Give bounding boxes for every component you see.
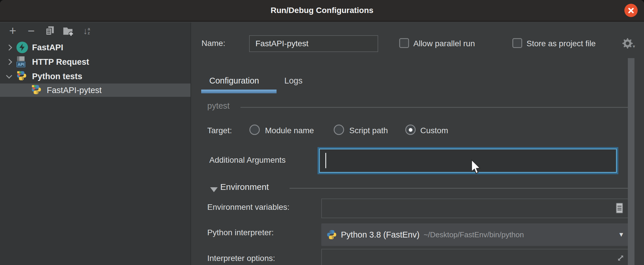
interpreter-options-input[interactable] — [321, 249, 630, 265]
target-module-name-label: Module name — [265, 126, 314, 135]
interpreter-path: ~/Desktop/FastEnv/bin/python — [423, 230, 524, 239]
store-options-button[interactable]: ▾ — [622, 38, 635, 49]
gear-icon — [622, 38, 633, 49]
target-module-name-radio[interactable] — [249, 125, 260, 135]
target-script-path-radio[interactable] — [334, 125, 344, 135]
configurations-tree: FastAPI API HTTP Request — [0, 40, 191, 97]
expand-field-icon[interactable] — [615, 253, 626, 264]
title-bar[interactable]: Run/Debug Configurations — [0, 0, 644, 22]
mouse-cursor — [471, 159, 481, 175]
text-caret — [325, 153, 326, 168]
python-interpreter-select[interactable]: Python 3.8 (FastEnv) ~/Desktop/FastEnv/b… — [321, 223, 630, 246]
new-folder-icon — [62, 25, 74, 37]
vertical-scrollbar[interactable] — [628, 58, 634, 265]
active-tab-underline — [201, 90, 277, 93]
copy-icon — [44, 25, 55, 36]
configurations-sidebar: + − — [0, 23, 191, 265]
run-debug-configurations-dialog: Run/Debug Configurations + − — [0, 0, 644, 265]
new-folder-button[interactable] — [59, 25, 77, 37]
environment-variables-label: Environment variables: — [207, 203, 290, 212]
pytest-section-separator — [240, 107, 630, 108]
target-custom-label: Custom — [420, 126, 448, 135]
chevron-down-icon[interactable] — [6, 72, 12, 78]
remove-configuration-button[interactable]: − — [22, 25, 40, 37]
allow-parallel-run-checkbox[interactable] — [399, 38, 409, 48]
name-input[interactable] — [249, 35, 378, 52]
sort-az-icon: ↓ az — [83, 26, 90, 36]
dialog-title: Run/Debug Configurations — [0, 0, 644, 21]
tab-logs[interactable]: Logs — [284, 76, 303, 86]
tree-item-label: FastAPI-pytest — [47, 86, 102, 95]
target-label: Target: — [207, 126, 232, 135]
environment-header[interactable]: Environment — [220, 182, 269, 192]
http-request-icon: API — [16, 56, 28, 67]
python-tests-icon — [16, 71, 28, 82]
chevron-right-icon[interactable] — [6, 44, 12, 50]
tab-configuration[interactable]: Configuration — [209, 76, 259, 86]
python-pytest-icon — [31, 84, 43, 96]
target-script-path-label: Script path — [349, 126, 388, 135]
tree-item-http-request[interactable]: API HTTP Request — [0, 55, 191, 69]
configuration-form: Name: Allow parallel run Store as projec… — [192, 23, 644, 265]
gear-dropdown-icon: ▾ — [633, 44, 635, 49]
plus-icon: + — [9, 25, 16, 37]
additional-arguments-input[interactable] — [319, 149, 617, 173]
python-interpreter-label: Python interpreter: — [207, 228, 274, 237]
copy-configuration-button[interactable] — [40, 25, 59, 37]
interpreter-options-label: Interpreter options: — [207, 254, 275, 263]
target-custom-radio[interactable] — [405, 125, 416, 135]
name-label: Name: — [201, 39, 225, 48]
fastapi-icon — [16, 42, 28, 53]
python-icon — [326, 229, 337, 240]
sidebar-toolbar: + − — [0, 23, 191, 39]
pytest-badge-icon — [31, 84, 37, 90]
edit-environment-variables-icon[interactable] — [616, 203, 623, 213]
environment-variables-input[interactable] — [321, 199, 630, 218]
additional-arguments-label: Additional Arguments — [209, 155, 286, 165]
tree-item-fastapi-pytest-selected[interactable]: FastAPI-pytest — [0, 84, 191, 97]
tree-item-python-tests[interactable]: Python tests — [0, 69, 191, 84]
tree-item-label: HTTP Request — [32, 57, 89, 67]
pytest-section-label: pytest — [207, 101, 229, 111]
environment-separator — [290, 188, 630, 189]
sort-configurations-button[interactable]: ↓ az — [77, 25, 96, 37]
tree-item-label: FastAPI — [32, 43, 63, 52]
dropdown-arrow-icon: ▼ — [618, 231, 624, 238]
store-as-project-file-checkbox[interactable] — [512, 38, 522, 48]
close-button[interactable] — [624, 4, 638, 17]
allow-parallel-run-label: Allow parallel run — [413, 39, 475, 48]
pytest-badge-icon — [16, 71, 22, 76]
interpreter-name: Python 3.8 (FastEnv) — [341, 230, 419, 240]
add-configuration-button[interactable]: + — [3, 25, 22, 37]
chevron-right-icon[interactable] — [6, 59, 12, 65]
tree-item-fastapi[interactable]: FastAPI — [0, 40, 191, 55]
environment-collapse-icon[interactable] — [210, 187, 218, 192]
tree-item-label: Python tests — [32, 72, 82, 81]
minus-icon: − — [28, 25, 35, 37]
store-as-project-file-label: Store as project file — [527, 39, 596, 48]
